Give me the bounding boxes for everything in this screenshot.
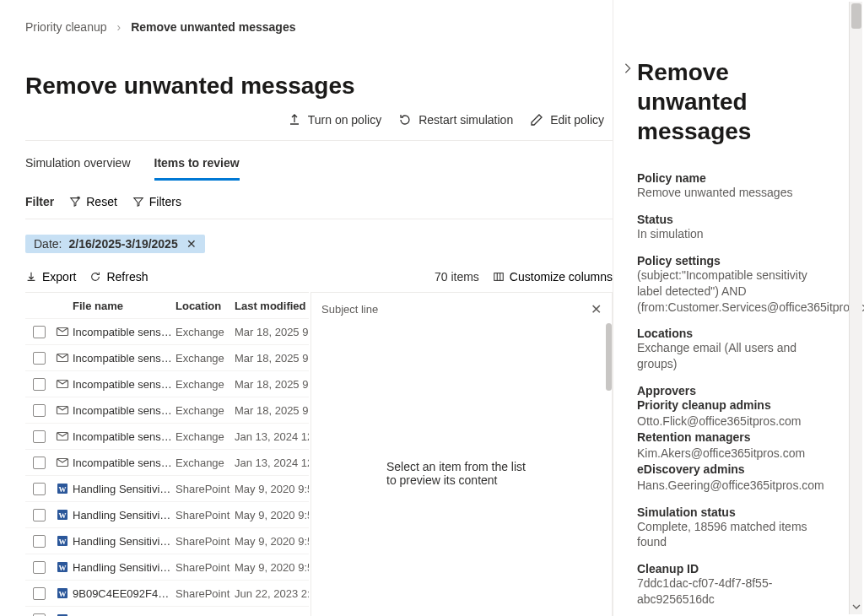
svg-text:W: W	[59, 590, 67, 598]
row-location: Exchange	[176, 404, 235, 417]
edit-icon	[530, 113, 543, 127]
word-icon: W	[52, 534, 73, 548]
value-policy-settings: (subject:"Incompatible sensitivity label…	[637, 267, 824, 316]
row-checkbox[interactable]	[33, 483, 46, 495]
scrollbar-thumb[interactable]	[851, 3, 861, 29]
value-cleanup-id: 7ddc1dac-cf07-4df7-8f55-abc9256516dc	[637, 575, 824, 608]
page-title: Remove unwanted messages	[25, 73, 613, 100]
approver-group-2: Retention managers	[637, 430, 824, 446]
row-modified: Mar 18, 2025 9:36 P	[235, 378, 309, 391]
details-panel: Remove unwanted messages Policy name Rem…	[613, 0, 840, 616]
close-icon[interactable]: ✕	[591, 301, 602, 317]
value-locations: Exchange email (All users and groups)	[637, 340, 824, 372]
row-file-name: Incompatible sensitivity label…	[73, 326, 176, 338]
row-checkbox[interactable]	[33, 561, 46, 574]
export-button[interactable]: Export	[25, 270, 76, 284]
row-modified: Mar 18, 2025 9:36 P	[235, 326, 309, 338]
refresh-button[interactable]: Refresh	[89, 270, 148, 284]
upload-icon	[288, 113, 301, 127]
breadcrumb-parent[interactable]: Priority cleanup	[25, 20, 107, 34]
table-row[interactable]: Incompatible sensitivity label…ExchangeM…	[25, 319, 309, 345]
row-file-name: 9B09C4EE092F4624A2E4E3B…	[73, 587, 176, 600]
funnel-icon	[132, 196, 144, 208]
scrollbar-thumb[interactable]	[606, 323, 612, 391]
row-file-name: Incompatible sensitivity label…	[73, 352, 176, 365]
row-checkbox[interactable]	[33, 587, 46, 600]
approver-group-3: eDiscovery admins	[637, 462, 824, 478]
mail-icon	[52, 403, 73, 417]
row-checkbox[interactable]	[33, 457, 46, 469]
word-icon: W	[52, 560, 73, 574]
word-icon: W	[52, 586, 73, 600]
row-modified: May 9, 2020 9:52 P	[235, 561, 309, 574]
approver-email-1: Otto.Flick@office365itpros.com	[637, 413, 824, 430]
row-checkbox[interactable]	[33, 352, 46, 365]
svg-text:W: W	[59, 538, 67, 546]
table-row[interactable]: WHandling Sensitivity Label Mi…SharePoin…	[25, 528, 309, 554]
row-modified: Jun 22, 2023 2:38 P	[235, 587, 309, 600]
col-file-name[interactable]: File name	[73, 300, 176, 312]
svg-text:W: W	[59, 511, 67, 520]
row-checkbox[interactable]	[33, 430, 46, 443]
preview-header-label: Subject line	[321, 303, 378, 316]
label-policy-name: Policy name	[637, 171, 824, 185]
value-policy-name: Remove unwanted messages	[637, 185, 824, 201]
tab-simulation-overview[interactable]: Simulation overview	[25, 148, 131, 181]
row-file-name: Incompatible sensitivity label…	[73, 378, 176, 391]
row-modified: Mar 18, 2025 9:36 P	[235, 352, 309, 365]
restart-icon	[398, 113, 412, 127]
row-location: Exchange	[176, 326, 235, 338]
table-row[interactable]: W9B09C4EE092F4624A2E4E3B…SharePointJun 2…	[25, 581, 309, 607]
preview-pane: Subject line ✕ Select an item from the l…	[310, 292, 613, 616]
table-row[interactable]: W414D7ADF92314142B11CF3…SharePointFeb 25…	[25, 607, 309, 616]
table-row[interactable]: WHandling Sensitivity Label Mi…SharePoin…	[25, 502, 309, 528]
table-row[interactable]: WHandling Sensitivity Label Mi…SharePoin…	[25, 476, 309, 502]
row-location: Exchange	[176, 457, 235, 469]
table-row[interactable]: Incompatible sensitivity label…ExchangeJ…	[25, 424, 309, 450]
row-modified: May 9, 2020 9:52 P	[235, 509, 309, 521]
page-scrollbar[interactable]	[849, 2, 862, 614]
reset-filter-button[interactable]: Reset	[69, 195, 117, 208]
table-row[interactable]: Incompatible sensitivity label…ExchangeJ…	[25, 450, 309, 476]
row-file-name: Incompatible sensitivity label…	[73, 404, 176, 417]
col-location[interactable]: Location	[176, 300, 235, 312]
label-status: Status	[637, 213, 824, 226]
close-icon[interactable]: ✕	[186, 237, 197, 251]
row-checkbox[interactable]	[33, 378, 46, 391]
customize-columns-button[interactable]: Customize columns	[493, 270, 613, 284]
tab-items-to-review[interactable]: Items to review	[154, 148, 240, 181]
label-policy-settings: Policy settings	[637, 254, 824, 267]
filters-button[interactable]: Filters	[132, 195, 181, 208]
table-row[interactable]: Incompatible sensitivity label…ExchangeM…	[25, 397, 309, 424]
row-location: SharePoint	[176, 587, 235, 600]
turn-on-policy-button[interactable]: Turn on policy	[288, 110, 381, 130]
date-filter-chip[interactable]: Date: 2/16/2025-3/19/2025 ✕	[25, 235, 205, 253]
panel-title: Remove unwanted messages	[637, 57, 824, 146]
row-location: Exchange	[176, 352, 235, 365]
row-modified: Jan 13, 2024 12:23	[235, 457, 309, 469]
row-checkbox[interactable]	[33, 404, 46, 417]
edit-policy-button[interactable]: Edit policy	[530, 110, 604, 130]
table-row[interactable]: Incompatible sensitivity label…ExchangeM…	[25, 345, 309, 371]
col-modified[interactable]: Last modified	[235, 300, 309, 312]
row-checkbox[interactable]	[33, 509, 46, 521]
word-icon: W	[52, 482, 73, 495]
items-list: File name Location Last modified Incompa…	[25, 292, 309, 616]
row-checkbox[interactable]	[33, 535, 46, 548]
word-icon: W	[52, 613, 73, 616]
row-checkbox[interactable]	[33, 326, 46, 338]
chevron-down-icon[interactable]	[852, 602, 861, 611]
table-row[interactable]: Incompatible sensitivity label…ExchangeM…	[25, 371, 309, 397]
row-checkbox[interactable]	[33, 613, 46, 617]
breadcrumb-current: Remove unwanted messages	[131, 20, 295, 34]
table-row[interactable]: WHandling Sensitivity Label Mi…SharePoin…	[25, 554, 309, 581]
row-location: Exchange	[176, 378, 235, 391]
preview-empty-text: Select an item from the list to preview …	[386, 460, 537, 487]
row-modified: May 9, 2020 9:52 P	[235, 483, 309, 495]
chevron-right-icon[interactable]	[622, 62, 634, 77]
restart-simulation-button[interactable]: Restart simulation	[398, 110, 513, 130]
word-icon: W	[52, 508, 73, 521]
label-sim-status: Simulation status	[637, 505, 824, 519]
row-location: SharePoint	[176, 535, 235, 548]
label-cleanup-id: Cleanup ID	[637, 562, 824, 575]
